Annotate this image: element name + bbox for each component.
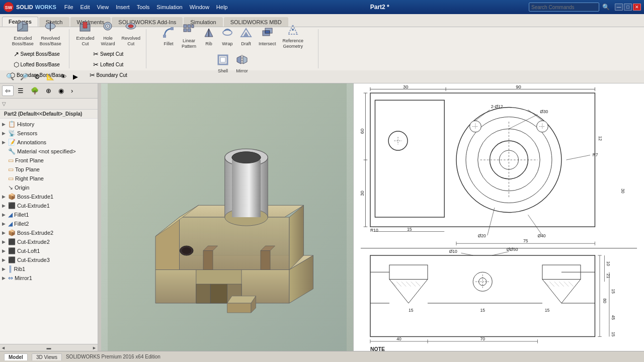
tree-annotations[interactable]: ▶ 📝 Annotations	[0, 138, 98, 147]
dim-30-right: 30	[620, 189, 625, 194]
boundary-cut-button[interactable]: ✂ Boundary Cut	[87, 70, 130, 80]
lp-tab-expand[interactable]: ›	[68, 85, 76, 96]
fillet2-label: Fillet2	[14, 221, 29, 227]
cut-loft1-label: Cut-Loft1	[17, 248, 40, 254]
hole-wizard-button[interactable]: HoleWizard	[98, 18, 118, 48]
menu-edit[interactable]: Edit	[77, 3, 93, 11]
tree-cut-extrude2[interactable]: ▶ ⬛ Cut-Extrude2	[0, 237, 98, 246]
scroll-left-btn[interactable]: ◄	[1, 345, 6, 350]
reference-geometry-button[interactable]: ReferenceGeometry	[280, 22, 306, 51]
svg-marker-36	[243, 56, 247, 64]
dim-75: 75	[523, 238, 528, 243]
tree-cut-extrude3[interactable]: ▶ ⬛ Cut-Extrude3	[0, 255, 98, 264]
menu-window[interactable]: Window	[187, 3, 212, 11]
dim-45: 45	[611, 315, 616, 320]
mini-filter-btn[interactable]: 🔎	[18, 72, 30, 81]
tree-cut-extrude1[interactable]: ▶ ⬛ Cut-Extrude1	[0, 201, 98, 210]
menu-file[interactable]: File	[61, 3, 76, 11]
lp-tab-tree[interactable]: 🌳	[28, 85, 42, 96]
dim-inner-15c: 15	[480, 308, 485, 313]
close-button[interactable]: ✕	[633, 4, 641, 11]
mini-settings-btn[interactable]: ⚙	[32, 72, 42, 81]
scroll-right-btn[interactable]: ►	[92, 345, 97, 350]
top-plane-label: Top Plane	[15, 166, 40, 172]
tree-rib1[interactable]: ▶ ║ Rib1	[0, 264, 98, 274]
viewport[interactable]	[101, 83, 353, 351]
mirror-button[interactable]: Mirror	[233, 52, 251, 75]
svg-rect-29	[265, 31, 270, 33]
mini-arrow-btn[interactable]: ▶	[71, 72, 80, 81]
3d-views-tab[interactable]: 3D Views	[32, 353, 62, 360]
toolbar-area: Features Sketch Weldments SOLIDWORKS Add…	[0, 14, 644, 70]
rib-label: Rib	[205, 41, 212, 47]
tree-boss-extrude2[interactable]: ▶ 📦 Boss-Extrude2	[0, 228, 98, 237]
revolved-boss-label: RevolvedBoss/Base	[40, 36, 61, 47]
tree-fillet2[interactable]: ▶ ◢ Fillet2	[0, 219, 98, 228]
revolved-cut-button[interactable]: RevolvedCut	[119, 18, 143, 48]
extruded-cut-label: ExtrudedCut	[76, 36, 94, 47]
dim-phi30: Ø30	[540, 109, 548, 114]
shell-button[interactable]: Shell	[214, 52, 231, 75]
lofted-cut-button[interactable]: ✂ Lofted Cut	[91, 60, 126, 69]
mirror1-label: Mirror1	[15, 275, 32, 281]
rib1-label: Rib1	[14, 266, 26, 272]
dim-phi20: Ø20	[478, 233, 486, 238]
lp-tab-sphere[interactable]: ◉	[55, 85, 67, 96]
model-tab[interactable]: Model	[4, 353, 28, 360]
mirror-icon	[236, 54, 248, 67]
tree-boss-extrude1[interactable]: ▶ 📦 Boss-Extrude1	[0, 192, 98, 201]
dim-phi10: Ø10	[449, 249, 457, 254]
tree-front-plane[interactable]: ▭ Front Plane	[0, 156, 98, 165]
lofted-boss-base-button[interactable]: ⬡ Lofted Boss/Base	[11, 60, 62, 69]
swept-cut-button[interactable]: ✂ Swept Cut	[91, 49, 126, 59]
menu-view[interactable]: View	[94, 3, 112, 11]
tree-top-plane[interactable]: ▭ Top Plane	[0, 165, 98, 174]
maximize-button[interactable]: □	[624, 4, 632, 11]
linear-pattern-button[interactable]: LinearPattern	[179, 22, 199, 51]
svg-point-12	[107, 25, 109, 27]
top-plane-icon: ▭	[8, 166, 14, 173]
tree-origin[interactable]: ↘ Origin	[0, 183, 98, 192]
revolved-boss-base-button[interactable]: RevolvedBoss/Base	[37, 18, 64, 48]
tree-mirror1[interactable]: ▶ ⇔ Mirror1	[0, 274, 98, 283]
search-icon[interactable]: 🔍	[602, 4, 610, 11]
annotations-label: Annotations	[17, 139, 46, 145]
menu-simulation[interactable]: Simulation	[153, 3, 185, 11]
right-plane-label: Right Plane	[15, 175, 44, 182]
lp-tab-list[interactable]: ☰	[15, 85, 27, 96]
rib-button[interactable]: Rib	[200, 25, 217, 48]
mirror-label: Mirror	[236, 68, 248, 74]
draft-button[interactable]: Draft	[237, 25, 255, 48]
menu-help[interactable]: Help	[213, 3, 231, 11]
reference-geometry-label: ReferenceGeometry	[282, 38, 303, 49]
tree-cut-loft1[interactable]: ▶ ⬛ Cut-Loft1	[0, 246, 98, 255]
lp-tab-compass[interactable]: ⊕	[43, 85, 54, 96]
left-panel: ⇦ ☰ 🌳 ⊕ ◉ › ▽ Part2 (Default<<Default>_D…	[0, 83, 98, 351]
dim-r10: R10	[370, 228, 378, 233]
menu-tools[interactable]: Tools	[134, 3, 153, 11]
tree-fillet1[interactable]: ▶ ◢ Fillet1	[0, 210, 98, 219]
revolved-cut-label: RevolvedCut	[121, 36, 140, 47]
fillet-button[interactable]: Fillet	[159, 25, 178, 48]
svg-rect-16	[171, 27, 174, 30]
intersect-button[interactable]: Intersect	[256, 25, 279, 48]
lp-tab-arrow[interactable]: ⇦	[2, 85, 14, 96]
tree-sensors[interactable]: ▶ 📡 Sensors	[0, 129, 98, 138]
extruded-boss-base-button[interactable]: ExtrudedBoss/Base	[10, 18, 36, 48]
mini-3d-btn[interactable]: 📐	[44, 72, 56, 81]
swept-boss-base-button[interactable]: ↗ Swept Boss/Base	[11, 49, 62, 59]
mini-view-btn[interactable]: 👁	[58, 72, 69, 81]
svg-rect-19	[192, 25, 194, 28]
menu-insert[interactable]: Insert	[113, 3, 133, 11]
mini-search-btn[interactable]: 🔍	[4, 72, 16, 81]
dim-30-left: 30	[359, 191, 365, 196]
tree-material[interactable]: 🔧 Material <not specified>	[0, 147, 98, 156]
wrap-button[interactable]: Wrap	[219, 25, 236, 48]
tree-history[interactable]: ▶ 📋 History	[0, 120, 98, 129]
tree-right-plane[interactable]: ▭ Right Plane	[0, 174, 98, 183]
minimize-button[interactable]: —	[615, 4, 623, 11]
origin-label: Origin	[15, 185, 29, 191]
shell-label: Shell	[218, 68, 228, 74]
extruded-cut-button[interactable]: ExtrudedCut	[73, 18, 97, 48]
search-input[interactable]	[529, 3, 599, 12]
